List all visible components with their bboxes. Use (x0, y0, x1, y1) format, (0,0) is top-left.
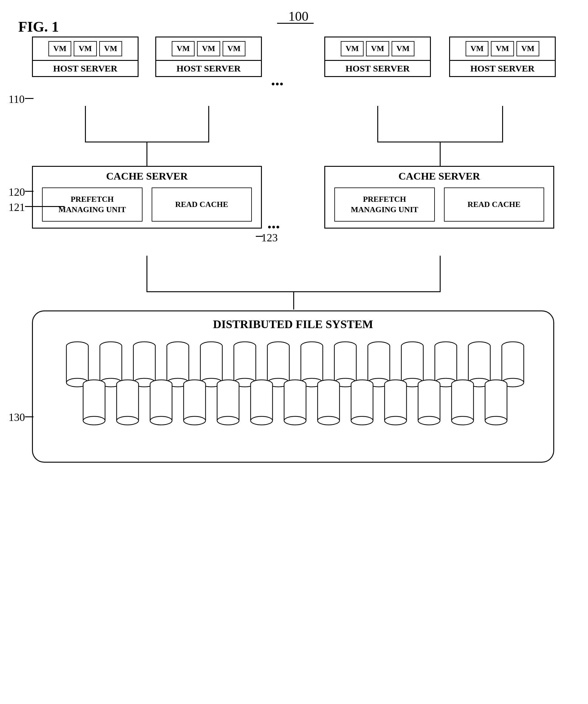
svg-rect-41 (334, 346, 356, 383)
vm-row-3: VM VM VM (325, 38, 430, 60)
host-server-1: VM VM VM HOST SERVER (32, 37, 139, 77)
vm-row-1: VM VM VM (33, 38, 138, 60)
svg-rect-86 (183, 384, 206, 421)
svg-rect-36 (301, 346, 323, 383)
cache-inner-row-2: PREFETCHMANAGING UNIT READ CACHE (325, 184, 553, 228)
vm-2-3: VM (223, 41, 246, 56)
fig-label: FIG. 1 (18, 18, 59, 35)
host-server-2-label: HOST SERVER (156, 60, 261, 76)
svg-rect-31 (267, 346, 289, 383)
svg-rect-101 (284, 384, 306, 421)
svg-point-109 (318, 416, 339, 425)
ref-100: 100 (280, 8, 317, 24)
host-server-4-label: HOST SERVER (450, 60, 555, 76)
ref-130: 130 (8, 411, 25, 424)
cache-server-1: CACHE SERVER PREFETCHMANAGING UNIT READ … (32, 166, 262, 229)
ref-100-underline (277, 23, 314, 24)
diagram-container: 100 FIG. 1 VM VM VM HOST SERVER VM VM VM… (0, 0, 588, 704)
vm-row-4: VM VM VM (450, 38, 555, 60)
host-server-3-label: HOST SERVER (325, 60, 430, 76)
svg-rect-91 (217, 384, 239, 421)
svg-rect-71 (83, 384, 105, 421)
cache-server-1-label: CACHE SERVER (33, 167, 261, 184)
svg-rect-96 (251, 384, 272, 421)
prefetch-managing-unit-1: PREFETCHMANAGING UNIT (42, 187, 143, 222)
ref-121: 121 (8, 201, 25, 214)
svg-rect-16 (167, 346, 189, 383)
svg-point-114 (351, 416, 373, 425)
svg-rect-121 (418, 384, 440, 421)
vm-4-2: VM (491, 41, 514, 56)
svg-rect-106 (318, 384, 339, 421)
svg-rect-116 (385, 384, 407, 421)
dots-cache: ... (267, 213, 280, 232)
dfs-label: DISTRIBUTED FILE SYSTEM (33, 311, 553, 334)
vm-4-3: VM (517, 41, 539, 56)
svg-rect-66 (502, 346, 524, 383)
cache-inner-row-1: PREFETCHMANAGING UNIT READ CACHE (33, 184, 261, 228)
svg-rect-6 (100, 346, 122, 383)
svg-point-84 (150, 416, 172, 425)
vm-1-3: VM (99, 41, 122, 56)
cylinders-svg (56, 337, 531, 441)
vm-1-1: VM (48, 41, 71, 56)
svg-point-99 (251, 416, 272, 425)
svg-rect-61 (468, 346, 490, 383)
svg-point-129 (451, 416, 474, 425)
dots-host: ... (271, 70, 283, 89)
svg-rect-76 (117, 384, 139, 421)
ref-120: 120 (8, 186, 25, 198)
vm-2-2: VM (197, 41, 220, 56)
dfs-box: DISTRIBUTED FILE SYSTEM (32, 310, 554, 463)
prefetch-managing-unit-2: PREFETCHMANAGING UNIT (334, 187, 435, 222)
cache-server-2: CACHE SERVER PREFETCHMANAGING UNIT READ … (324, 166, 554, 229)
cylinders-container (33, 334, 553, 450)
svg-rect-81 (150, 384, 172, 421)
vm-4-1: VM (466, 41, 488, 56)
ref-110: 110 (8, 93, 25, 106)
ref-123: 123 (261, 231, 278, 244)
vm-1-2: VM (74, 41, 97, 56)
svg-rect-51 (402, 346, 423, 383)
svg-rect-111 (351, 384, 373, 421)
svg-rect-11 (133, 346, 155, 383)
svg-rect-21 (200, 346, 222, 383)
svg-point-119 (385, 416, 407, 425)
svg-rect-56 (435, 346, 457, 383)
vm-3-1: VM (341, 41, 364, 56)
svg-point-104 (284, 416, 306, 425)
svg-point-89 (183, 416, 206, 425)
svg-rect-46 (368, 346, 390, 383)
svg-rect-126 (451, 384, 474, 421)
svg-point-134 (485, 416, 507, 425)
read-cache-2: READ CACHE (444, 187, 544, 222)
vm-3-2: VM (366, 41, 389, 56)
vm-3-3: VM (391, 41, 415, 56)
svg-point-124 (418, 416, 440, 425)
svg-rect-26 (234, 346, 256, 383)
svg-point-74 (83, 416, 105, 425)
svg-point-94 (217, 416, 239, 425)
host-server-2: VM VM VM HOST SERVER (155, 37, 262, 77)
svg-rect-131 (485, 384, 507, 421)
vm-row-2: VM VM VM (156, 38, 261, 60)
host-server-1-label: HOST SERVER (33, 60, 138, 76)
host-server-3: VM VM VM HOST SERVER (324, 37, 431, 77)
cache-server-2-label: CACHE SERVER (325, 167, 553, 184)
svg-point-79 (117, 416, 139, 425)
host-server-4: VM VM VM HOST SERVER (449, 37, 556, 77)
svg-rect-1 (66, 346, 88, 383)
read-cache-1: READ CACHE (152, 187, 252, 222)
vm-2-1: VM (172, 41, 195, 56)
